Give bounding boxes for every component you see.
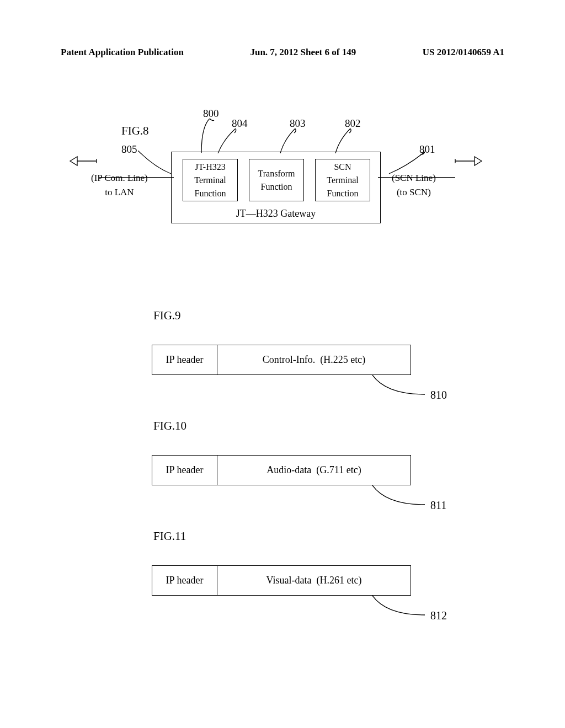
packet-11: IP header Visual-data (H.261 etc) [152,565,411,596]
figure-8: FIG.8 800 804 803 802 805 801 JT-H323Ter… [66,108,497,234]
packet-10-header: IP header [152,456,217,485]
packet-10: IP header Audio-data (G.711 etc) [152,455,411,485]
gateway-caption: JT—H323 Gateway [172,208,380,220]
lead-800 [193,119,215,153]
lead-810 [342,375,441,400]
ref-811: 811 [430,499,446,512]
arrow-left-icon [69,154,99,168]
ref-804: 804 [232,117,248,130]
packet-11-header: IP header [152,566,217,595]
packet-10-body: Audio-data (G.711 etc) [217,456,411,485]
packet-9-body: Control-Info. (H.225 etc) [217,345,411,374]
gateway-box: JT-H323TerminalFunction TransformFunctio… [171,152,381,223]
lead-811 [342,485,441,510]
figure-10-label: FIG.10 [153,419,186,433]
packet-9: IP header Control-Info. (H.225 etc) [152,345,411,375]
right-side-text: (SCN Line) (to SCN) [392,171,436,199]
lead-804 [212,129,237,153]
box-transform: TransformFunction [249,159,304,201]
ref-802: 802 [345,117,361,130]
arrow-right-icon [452,154,483,168]
ref-810: 810 [430,389,447,402]
header-left: Patent Application Publication [61,47,184,58]
figure-9-label: FIG.9 [153,309,181,323]
lead-812 [342,596,441,620]
ref-803: 803 [290,117,306,130]
box-scn-terminal: SCNTerminalFunction [315,159,370,201]
ref-800: 800 [203,108,219,120]
figure-8-label: FIG.8 [121,124,149,138]
packet-11-body: Visual-data (H.261 etc) [217,566,411,595]
ref-805: 805 [121,143,137,156]
lead-802 [331,129,353,153]
box-jth323-terminal: JT-H323TerminalFunction [183,159,238,201]
packet-9-header: IP header [152,345,217,374]
lead-803 [276,129,298,153]
figure-11-label: FIG.11 [153,529,186,543]
page-header: Patent Application Publication Jun. 7, 2… [0,47,565,58]
header-center: Jun. 7, 2012 Sheet 6 of 149 [250,47,356,58]
ref-812: 812 [430,609,447,622]
header-right: US 2012/0140659 A1 [423,47,504,58]
left-side-text: (IP Com. Line) to LAN [91,171,148,199]
